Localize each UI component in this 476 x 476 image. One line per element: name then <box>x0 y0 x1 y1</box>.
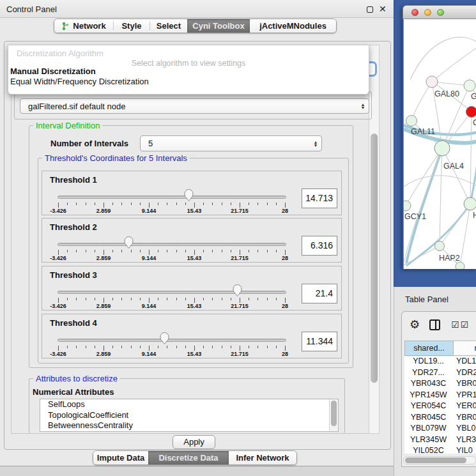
threshold-1-panel: Threshold 1 -3.426 2.859 9.144 15.43 21.… <box>42 171 342 215</box>
tab-cyni-toolbox[interactable]: Cyni Toolbox <box>187 19 250 33</box>
tab-impute-data[interactable]: Impute Data <box>93 451 148 464</box>
tab-infer-network[interactable]: Infer Network <box>229 451 296 464</box>
threshold-1-slider[interactable] <box>58 196 286 199</box>
threshold-2-slider-thumb[interactable] <box>123 236 134 249</box>
table-data-combo[interactable]: galFiltered.sif default node ▲▼ <box>20 98 369 114</box>
table-horizontal-scrollbar-thumb[interactable] <box>405 457 466 463</box>
table-row[interactable]: YBL079WYBL0 <box>404 424 476 435</box>
scale-label: 21.715 <box>220 255 259 261</box>
node-red-selected[interactable] <box>466 107 476 118</box>
algorithm-dropdown-popup: Discretization Algorithm Select algorith… <box>8 45 369 95</box>
node-gal11[interactable] <box>406 116 417 127</box>
minimize-traffic-light[interactable] <box>424 9 431 16</box>
cell: YIL0 <box>452 446 476 454</box>
scale-label: -3.426 <box>39 255 77 261</box>
node-h[interactable] <box>464 197 476 210</box>
cell: YDR27... <box>404 368 452 380</box>
tab-discretize-data[interactable]: Discretize Data <box>148 451 229 464</box>
threshold-3-value-field[interactable]: 21.4 <box>302 284 337 303</box>
node-label: GCY1 <box>404 212 426 221</box>
list-item[interactable]: TopologicalCoefficient <box>40 410 338 421</box>
threshold-3-slider[interactable] <box>58 291 286 294</box>
table-header-row: shared... na <box>404 341 476 356</box>
table-horizontal-scrollbar[interactable] <box>403 456 476 464</box>
threshold-1-value-field[interactable]: 14.713 <box>302 188 337 208</box>
threshold-4-slider-thumb[interactable] <box>159 332 170 345</box>
node-top-right[interactable] <box>464 80 475 91</box>
tab-select-label: Select <box>157 21 181 31</box>
checkbox-icon[interactable]: ☑ <box>451 319 459 330</box>
node-gal4[interactable] <box>434 141 450 156</box>
node-gcy1[interactable] <box>404 201 411 211</box>
threshold-4-slider[interactable] <box>58 339 286 342</box>
tab-network[interactable]: Network <box>54 19 113 33</box>
scale-label: -3.426 <box>39 208 77 214</box>
cell: YDR2 <box>452 368 476 380</box>
scale-label: 2.859 <box>84 303 123 309</box>
threshold-1-label: Threshold 1 <box>50 175 97 185</box>
table-row[interactable]: YIL052CYIL0 <box>404 446 476 454</box>
table-row[interactable]: YDL19...YDL1 <box>404 357 476 368</box>
table-row[interactable]: YLR345WYLR3 <box>404 435 476 447</box>
close-icon[interactable]: ✕ <box>379 4 387 14</box>
apply-button[interactable]: Apply <box>173 435 215 449</box>
tab-select[interactable]: Select <box>150 19 187 33</box>
numerical-attributes-list: SelfLoops TopologicalCoefficient Between… <box>40 399 339 432</box>
cell: YLR3 <box>452 435 476 447</box>
cell: YDL1 <box>452 357 476 368</box>
tab-discretize-data-label: Discretize Data <box>158 453 218 463</box>
scale-label: 15.43 <box>175 208 213 214</box>
table-row[interactable]: YPR145WYPR1 <box>404 390 476 402</box>
tab-jactivemnodules-label: jActiveMNodules <box>259 21 326 31</box>
threshold-3-panel: Threshold 3 -3.426 2.859 9.144 15.43 21.… <box>42 266 342 311</box>
network-canvas[interactable]: GAL80 G C GAL11 GAL4 GCY1 H HAP2 <box>403 19 476 269</box>
close-traffic-light[interactable] <box>411 9 418 16</box>
cell: YER054C <box>404 401 452 413</box>
list-item[interactable]: BetweennessCentrality <box>40 420 338 431</box>
checkbox-icon[interactable]: ☑ <box>461 319 469 330</box>
scale-label: -3.426 <box>39 351 77 357</box>
combo-arrows-icon: ▲▼ <box>357 103 369 109</box>
list-scrollbar[interactable] <box>329 399 338 431</box>
tab-impute-data-label: Impute Data <box>97 453 144 463</box>
scale-label: 15.43 <box>175 351 213 357</box>
table-row[interactable]: YER054CYER0 <box>404 401 476 413</box>
interval-definition-title: Interval Definition <box>33 121 102 130</box>
gear-icon[interactable]: ⚙ <box>410 318 420 332</box>
threshold-1-slider-thumb[interactable] <box>183 188 194 202</box>
list-item[interactable]: SelfLoops <box>40 399 338 410</box>
scale-label: 21.715 <box>220 303 259 309</box>
node-bottom[interactable] <box>456 262 464 269</box>
node-label: GAL80 <box>434 89 459 98</box>
node-label: C <box>473 118 476 127</box>
threshold-2-slider[interactable] <box>58 243 286 246</box>
vertical-scrollbar-thumb[interactable] <box>371 134 378 383</box>
tab-jactivemnodules[interactable]: jActiveMNodules <box>250 19 336 33</box>
threshold-4-value-field[interactable]: 11.344 <box>302 332 337 351</box>
table-panel-box: ⚙ ☑ ☑ shared... na YDL19...YDL1 YDR27...… <box>401 311 476 467</box>
discretization-algorithm-group-title: Discretization Algorithm <box>17 49 104 58</box>
split-columns-icon[interactable] <box>429 319 440 330</box>
zoom-traffic-light[interactable] <box>437 9 444 16</box>
node-label: G <box>471 92 476 101</box>
thresholds-group: Threshold's Coordinates for 5 Intervals … <box>38 158 349 364</box>
tab-style[interactable]: Style <box>114 19 150 33</box>
scale-label: 2.859 <box>84 255 123 261</box>
list-scrollbar-thumb[interactable] <box>331 401 337 426</box>
threshold-3-slider-thumb[interactable] <box>232 284 243 297</box>
node-gal80[interactable] <box>426 76 438 88</box>
popup-item-equal-width-frequency[interactable]: Equal Width/Frequency Discretization <box>10 77 368 86</box>
float-window-icon[interactable] <box>367 6 373 13</box>
number-of-intervals-spinner[interactable]: 5 ▲▼ <box>140 135 322 151</box>
cell: YBL0 <box>452 424 476 435</box>
node-hap2[interactable] <box>435 242 445 251</box>
threshold-2-value-field[interactable]: 6.316 <box>302 236 337 256</box>
table-row[interactable]: YDR27...YDR2 <box>404 368 476 380</box>
top-tab-strip: Network Style Select Cyni Toolbox jActiv… <box>54 19 337 33</box>
popup-item-manual-discretization[interactable]: Manual Discretization <box>10 66 368 76</box>
column-header-name[interactable]: na <box>454 341 476 356</box>
table-row[interactable]: YBR043CYBR0 <box>404 379 476 390</box>
table-row[interactable]: YBR045CYBR0 <box>404 413 476 424</box>
scale-label: 9.144 <box>130 351 168 357</box>
column-header-shared-name[interactable]: shared... <box>404 341 454 356</box>
